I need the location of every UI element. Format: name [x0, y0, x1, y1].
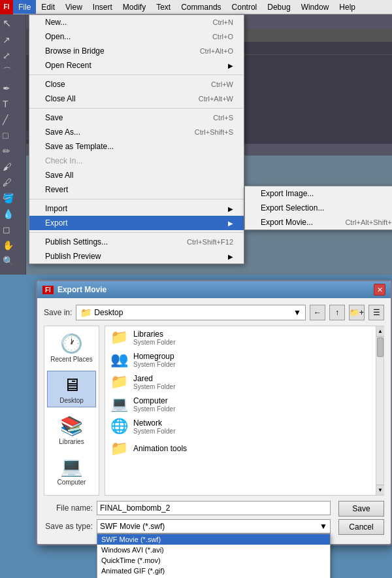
tool-rect[interactable]: □ [0, 128, 25, 143]
scrollbar-down-button[interactable]: ▼ [376, 484, 384, 495]
view-menu-button[interactable]: ☰ [368, 305, 384, 320]
tool-paint[interactable]: 🪣 [0, 190, 25, 206]
homegroup-icon: 👥 [110, 351, 128, 368]
separator-1 [29, 75, 244, 75]
computer-icon: 💻 [60, 456, 83, 477]
separator-4 [29, 232, 244, 233]
scrollbar-up-button[interactable]: ▲ [376, 326, 384, 337]
menu-item-save-as[interactable]: Save As... Ctrl+Shift+S [29, 125, 244, 139]
savetype-option-avi[interactable]: Windows AVI (*.avi) [97, 545, 330, 555]
recent-places-label: Recent Places [50, 356, 92, 363]
sidebar-libraries[interactable]: 📚 Libraries [47, 413, 96, 448]
libraries-icon: 📚 [60, 415, 83, 437]
nav-up-button[interactable]: ↑ [329, 305, 345, 320]
menu-modify[interactable]: Modify [118, 0, 151, 14]
folder-icon: 📁 [80, 307, 91, 318]
tool-hand[interactable]: ✋ [0, 237, 25, 253]
dialog-sidebar: 🕐 Recent Places 🖥 Desktop 📚 Libraries 💻 … [44, 326, 99, 496]
savetype-dropdown[interactable]: SWF Movie (*.swf) ▼ [97, 519, 331, 534]
tool-subselect[interactable]: ↗ [0, 32, 25, 48]
scrollbar: ▲ ▼ [376, 326, 384, 495]
menu-item-import[interactable]: Import ▶ [29, 201, 244, 216]
menu-item-new[interactable]: New... Ctrl+N [29, 15, 244, 29]
menu-text[interactable]: Text [151, 0, 176, 14]
separator-2 [29, 108, 244, 109]
savetype-option-mov[interactable]: QuickTime (*.mov) [97, 555, 330, 566]
tool-line[interactable]: ╱ [0, 112, 25, 128]
tool-ink[interactable]: 🖋 [0, 175, 25, 190]
menu-bar: Fl File Edit View Insert Modify Text Com… [0, 0, 392, 14]
sidebar-recent-places[interactable]: 🕐 Recent Places [47, 330, 96, 366]
save-in-dropdown[interactable]: 📁 Desktop ▼ [76, 305, 306, 320]
scrollbar-thumb[interactable] [377, 337, 384, 357]
menu-item-check-in[interactable]: Check In... [29, 154, 244, 168]
sidebar-computer[interactable]: 💻 Computer [47, 453, 96, 488]
file-item-libraries[interactable]: 📁 Libraries System Folder [105, 326, 376, 348]
menu-item-publish-preview[interactable]: Publish Preview ▶ [29, 249, 244, 264]
tool-eyedrop[interactable]: 💧 [0, 206, 25, 222]
menu-item-open[interactable]: Open... Ctrl+O [29, 29, 244, 44]
savetype-arrow-icon: ▼ [319, 522, 327, 531]
tool-zoom[interactable]: 🔍 [0, 253, 25, 269]
menu-help[interactable]: Help [334, 0, 361, 14]
menu-item-save[interactable]: Save Ctrl+S [29, 110, 244, 125]
sidebar-network[interactable]: 🌐 Network [47, 494, 96, 496]
file-item-animation-tools[interactable]: 📁 Animation tools [105, 437, 376, 460]
network-folder-icon: 🌐 [110, 418, 128, 435]
tool-brush[interactable]: 🖌 [0, 159, 25, 175]
export-movie-dialog: Fl Export Movie ✕ Save in: 📁 Desktop ▼ ←… [36, 280, 392, 545]
menu-window[interactable]: Window [296, 0, 335, 14]
menu-debug[interactable]: Debug [262, 0, 295, 14]
export-selection[interactable]: Export Selection... [245, 201, 392, 215]
menu-file[interactable]: File [13, 0, 36, 14]
menu-item-browse-bridge[interactable]: Browse in Bridge Ctrl+Alt+O [29, 44, 244, 58]
filename-row: File name: [44, 501, 331, 515]
menu-item-publish-settings[interactable]: Publish Settings... Ctrl+Shift+F12 [29, 235, 244, 249]
menu-item-save-all[interactable]: Save All [29, 168, 244, 182]
dialog-close-button[interactable]: ✕ [374, 284, 385, 296]
left-toolbar: ↖ ↗ ⤢ ⌒ ✒ T ╱ □ ✏ 🖌 🖋 🪣 💧 ◻ ✋ 🔍 [0, 14, 26, 275]
menu-control[interactable]: Control [227, 0, 263, 14]
tool-eraser[interactable]: ◻ [0, 222, 25, 237]
save-in-row: Save in: 📁 Desktop ▼ ← ↑ 📁+ ☰ [44, 305, 384, 320]
file-list: 📁 Libraries System Folder 👥 Homegroup Sy… [105, 326, 376, 495]
menu-edit[interactable]: Edit [36, 0, 60, 14]
menu-commands[interactable]: Commands [176, 0, 226, 14]
menu-item-close-all[interactable]: Close All Ctrl+Alt+W [29, 92, 244, 106]
tool-text[interactable]: T [0, 96, 25, 112]
tool-pen[interactable]: ✒ [0, 80, 25, 96]
savetype-label: Save as type: [44, 522, 93, 531]
animation-tools-icon: 📁 [110, 440, 128, 457]
menu-item-export[interactable]: Export ▶ [29, 216, 244, 230]
save-in-label: Save in: [44, 308, 72, 317]
dialog-actions: Save Cancel [338, 501, 384, 537]
savetype-option-gif-anim[interactable]: Animated GIF (*.gif) [97, 566, 330, 576]
computer-folder-icon: 💻 [110, 396, 128, 413]
file-item-computer[interactable]: 💻 Computer System Folder [105, 393, 376, 415]
file-item-homegroup[interactable]: 👥 Homegroup System Folder [105, 348, 376, 371]
export-movie[interactable]: Export Movie... Ctrl+Alt+Shift+S [245, 215, 392, 230]
menu-item-revert[interactable]: Revert [29, 182, 244, 197]
menu-item-save-template[interactable]: Save as Template... [29, 139, 244, 154]
nav-back-button[interactable]: ← [310, 305, 325, 320]
tool-arrow[interactable]: ↖ [0, 14, 25, 32]
menu-item-close[interactable]: Close Ctrl+W [29, 77, 244, 92]
tool-transform[interactable]: ⤢ [0, 48, 25, 63]
export-image[interactable]: Export Image... [245, 186, 392, 201]
file-list-container: 📁 Libraries System Folder 👥 Homegroup Sy… [105, 326, 384, 496]
file-item-jared[interactable]: 📁 Jared System Folder [105, 371, 376, 393]
file-item-network[interactable]: 🌐 Network System Folder [105, 415, 376, 437]
filename-input[interactable] [97, 501, 331, 515]
create-folder-button[interactable]: 📁+ [349, 305, 365, 320]
sidebar-desktop[interactable]: 🖥 Desktop [47, 371, 96, 407]
menu-insert[interactable]: Insert [88, 0, 118, 14]
tool-pencil[interactable]: ✏ [0, 143, 25, 159]
tool-lasso[interactable]: ⌒ [0, 63, 25, 80]
menu-item-open-recent[interactable]: Open Recent ▶ [29, 58, 244, 73]
savetype-option-swf[interactable]: SWF Movie (*.swf) [97, 534, 330, 545]
cancel-button[interactable]: Cancel [338, 519, 384, 535]
menu-view[interactable]: View [60, 0, 88, 14]
savetype-options-list: SWF Movie (*.swf) Windows AVI (*.avi) Qu… [97, 534, 331, 578]
save-button[interactable]: Save [338, 501, 384, 517]
dialog-main-area: 🕐 Recent Places 🖥 Desktop 📚 Libraries 💻 … [44, 326, 384, 496]
